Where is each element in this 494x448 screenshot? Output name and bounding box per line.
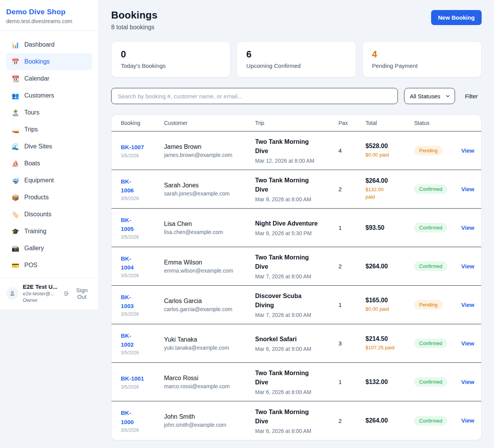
column-header-pax: Pax [338,120,365,126]
view-link[interactable]: View [461,379,474,385]
customer-cell: John Smith john.smith@example.com [164,413,255,428]
booking-id-link[interactable]: BK-1003 [121,293,164,311]
pax-cell: 3 [338,340,365,347]
paid-amount: $0.00 paid [365,306,414,313]
paid-amount: $0.00 paid [365,152,414,159]
trip-name: Two Tank MorningDive [255,369,338,387]
search-input[interactable] [111,88,398,104]
view-link[interactable]: View [461,186,474,192]
customer-name: Yuki Tanaka [164,336,255,343]
sidebar-item-label: Calendar [24,75,49,82]
booking-cell: BK-1000 3/5/2026 [121,408,164,433]
sidebar-item-training[interactable]: 🎓 Training [6,223,92,240]
sidebar-item-tours[interactable]: 🏝️ Tours [6,104,92,121]
table-row: BK-1004 3/5/2026 Emma Wilson emma.wilson… [112,247,481,286]
sidebar-item-discounts[interactable]: 🏷️ Discounts [6,206,92,223]
trip-datetime: Mar 6, 2026 at 8:00 AM [255,389,338,395]
pax-cell: 1 [338,379,365,385]
booking-id-link[interactable]: BK-1001 [121,374,164,383]
status-cell: Confirmed [414,416,461,426]
sign-out-button[interactable]: Sign Out [64,287,92,300]
speedboat-icon: 🚤 [12,126,19,133]
status-cell: Pending [414,146,461,155]
view-link[interactable]: View [461,301,474,308]
status-cell: Confirmed [414,377,461,387]
sidebar-item-label: Dive Sites [24,143,52,150]
pax-cell: 1 [338,224,365,231]
stat-label: Today's Bookings [121,62,221,69]
booking-id-link[interactable]: BK-1005 [121,216,164,234]
page-subtitle: 8 total bookings [111,24,157,31]
view-link[interactable]: View [461,147,474,154]
customer-name: Emma Wilson [164,259,255,266]
trip-cell: Two Tank MorningDive Mar 7, 2026 at 8:00… [255,253,338,280]
sidebar-item-customers[interactable]: 👥 Customers [6,87,92,104]
total-cell: $93.50 [365,224,414,231]
booking-id-link[interactable]: BK-1007 [121,143,164,152]
trip-name: Two Tank MorningDive [255,137,338,156]
sidebar-item-label: Dashboard [24,41,54,48]
sidebar-item-bookings[interactable]: 📅 Bookings [6,53,92,70]
sidebar-item-products[interactable]: 📦 Products [6,189,92,206]
table-row: BK-1003 3/5/2026 Carlos Garcia carlos.ga… [112,286,481,324]
new-booking-button[interactable]: New Booking [431,10,482,25]
user-email: e2e-tester@... [23,291,59,296]
sidebar-item-pos[interactable]: 💳 POS [6,257,92,274]
diving-mask-icon: 🤿 [12,177,19,184]
status-cell: Confirmed [414,184,461,194]
customer-cell: Yuki Tanaka yuki.tanaka@example.com [164,336,255,351]
column-header-trip: Trip [255,120,338,126]
view-link[interactable]: View [461,340,474,347]
sidebar-item-label: Equipment [24,177,54,184]
trip-datetime: Mar 6, 2026 at 8:00 AM [255,428,338,434]
sidebar-item-label: Training [24,228,46,235]
status-badge: Confirmed [414,261,447,271]
sidebar-item-trips[interactable]: 🚤 Trips [6,121,92,138]
total-cell: $528.00 $0.00 paid [365,143,414,159]
pax-cell: 2 [338,418,365,424]
stat-label: Pending Payment [372,62,472,69]
status-filter-select[interactable]: All Statuses [404,88,455,104]
package-icon: 📦 [12,194,19,201]
sidebar-item-gallery[interactable]: 📸 Gallery [6,240,92,257]
total-cell: $264.00 [365,263,414,270]
sidebar-item-dashboard[interactable]: 📊 Dashboard [6,36,92,53]
island-icon: 🏝️ [12,109,19,116]
view-link[interactable]: View [461,263,474,269]
filter-button[interactable]: Filter [461,93,482,99]
status-cell: Pending [414,300,461,310]
customer-name: John Smith [164,413,255,420]
trip-cell: Night Dive Adventure Mar 8, 2026 at 5:30… [255,219,338,236]
sidebar-item-calendar[interactable]: 📆 Calendar [6,70,92,87]
customer-email: marco.rossi@example.com [164,383,255,389]
sidebar-item-label: Tours [24,109,39,116]
sidebar-item-equipment[interactable]: 🤿 Equipment [6,172,92,189]
sign-out-icon [64,290,69,296]
table-body: BK-1007 3/5/2026 James Brown james.brown… [112,131,481,440]
trip-cell: Two Tank MorningDive Mar 6, 2026 at 8:00… [255,408,338,434]
booking-date: 3/5/2026 [121,350,164,355]
table-header-row: Booking Customer Trip Pax Total Status [112,115,481,131]
booking-id-link[interactable]: BK-1000 [121,408,164,426]
people-icon: 👥 [12,92,19,99]
pax-cell: 1 [338,301,365,308]
sidebar-item-dive-sites[interactable]: 🌊 Dive Sites [6,138,92,155]
view-link[interactable]: View [461,417,474,424]
person-icon [9,290,15,296]
total-amount: $264.00 [365,263,414,270]
view-link[interactable]: View [461,224,474,231]
booking-id-link[interactable]: BK-1006 [121,177,164,195]
sidebar-item-label: Bookings [24,58,50,65]
tag-icon: 🏷️ [12,211,19,218]
user-meta: E2E Test U... e2e-tester@... Owner [23,283,59,303]
sidebar-item-boats[interactable]: ⛵ Boats [6,155,92,172]
booking-id-link[interactable]: BK-1004 [121,254,164,272]
booking-date: 3/5/2026 [121,234,164,240]
trip-cell: Two Tank MorningDive Mar 12, 2026 at 8:0… [255,137,338,164]
bar-chart-icon: 📊 [12,41,19,49]
booking-id-link[interactable]: BK-1002 [121,331,164,349]
calendar-icon: 📅 [12,58,19,66]
sidebar-item-label: Boats [24,160,40,167]
column-header-booking: Booking [121,120,164,126]
customer-name: Lisa Chen [164,221,255,227]
